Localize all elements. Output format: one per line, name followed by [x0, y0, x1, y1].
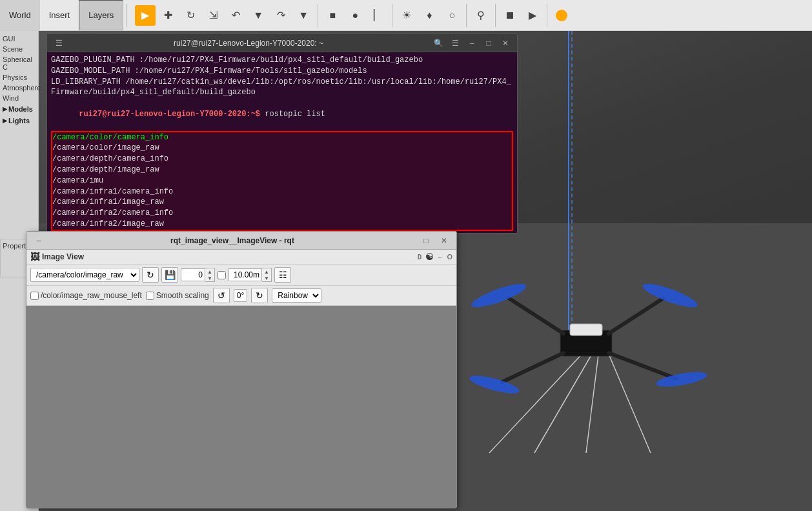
frame-arrows: ▲ ▼ — [205, 268, 215, 282]
sidebar-scene[interactable]: Scene — [0, 44, 38, 54]
menu-layers[interactable]: Layers — [79, 0, 123, 30]
menu-world[interactable]: World — [0, 0, 40, 30]
frame-up-arrow[interactable]: ▲ — [205, 268, 214, 275]
orbit-btn[interactable] — [551, 5, 572, 26]
sidebar-gui[interactable]: GUI — [0, 34, 38, 44]
translate-tool-btn[interactable]: ✚ — [157, 5, 178, 26]
rqt-body: 🖼 Image View D ☯ – O /camera/color/image… — [26, 250, 456, 508]
terminal-maximize-btn[interactable]: □ — [482, 37, 495, 50]
rqt-minimize-btn[interactable]: – — [32, 234, 46, 248]
term-command: rostopic list — [260, 110, 325, 119]
topic-dropdown[interactable]: /camera/color/image_raw/camera/depth/ima… — [30, 268, 139, 282]
term-topic-3: /camera/depth/camera_info — [52, 154, 512, 165]
image-view-label: Image View — [42, 252, 84, 261]
svg-rect-5 — [570, 324, 602, 336]
drone-model — [457, 234, 780, 459]
rqt-status-icon: ☯ — [425, 252, 434, 262]
terminal-title: rui27@rui27-Lenovo-Legion-Y7000-2020: ~ — [69, 39, 428, 48]
sidebar-wind[interactable]: Wind — [0, 93, 38, 103]
terminal-titlebar: ☰ rui27@rui27-Lenovo-Legion-Y7000-2020: … — [47, 34, 517, 52]
sphere-shape-btn[interactable]: ● — [345, 5, 365, 26]
toolbar-sep2 — [318, 4, 318, 27]
terminal-search-btn[interactable]: 🔍 — [432, 37, 445, 50]
svg-line-1 — [534, 353, 593, 453]
term-topic-4: /camera/depth/image_raw — [52, 165, 512, 175]
rqt-close-btn[interactable]: ✕ — [437, 234, 451, 248]
undo-arrow-btn[interactable]: ▼ — [248, 5, 269, 26]
toolbar-sep4 — [466, 4, 467, 27]
cursor-tool-btn[interactable]: ▶ — [135, 5, 156, 26]
rotate-ccw-btn[interactable]: ↺ — [213, 288, 230, 303]
menubar: World Insert Layers ▶ ✚ ↻ ⇲ ↶ ▼ ↷ ▼ ■ ● … — [0, 0, 812, 31]
terminal-close-btn[interactable]: ✕ — [499, 37, 512, 50]
sidebar-atmosphere[interactable]: Atmosphere — [0, 83, 38, 93]
menu-insert[interactable]: Insert — [40, 0, 79, 30]
sidebar-models-header[interactable]: ▶ Models — [0, 103, 38, 115]
term-topic-1: /camera/color/camera_info — [52, 132, 512, 143]
lights-arrow-icon: ▶ — [3, 117, 7, 124]
rotate-cw-btn[interactable]: ↻ — [251, 288, 268, 303]
svg-line-7 — [609, 298, 664, 334]
toolbar-sep5 — [495, 4, 496, 27]
term-prompt: rui27@rui27-Lenovo-Legion-Y7000-2020:~$ — [79, 110, 260, 119]
scale-tool-btn[interactable]: ⇲ — [203, 5, 223, 26]
rotate-tool-btn[interactable]: ↻ — [180, 5, 201, 26]
terminal-minimize-btn[interactable]: – — [465, 37, 478, 50]
term-topic-2: /camera/color/image_raw — [52, 143, 512, 154]
save-btn[interactable]: 💾 — [161, 267, 178, 283]
magnet-btn[interactable]: ⚲ — [471, 5, 491, 26]
sidebar-spherical[interactable]: Spherical C — [0, 54, 38, 72]
dir-light-btn[interactable]: ♦ — [419, 5, 440, 26]
grid-btn[interactable]: ☷ — [274, 267, 291, 283]
rqt-title: rqt_image_view__ImageView - rqt — [50, 236, 415, 245]
term-prompt-line: rui27@rui27-Lenovo-Legion-Y7000-2020:~$ … — [51, 98, 513, 130]
box-shape-btn[interactable]: ■ — [322, 5, 343, 26]
models-arrow-icon: ▶ — [3, 106, 7, 112]
term-topic-7: /camera/infra1/image_raw — [52, 197, 512, 208]
colormap-dropdown[interactable]: RainbowHotCoolSpringSummerAutumnWinterJe… — [272, 288, 321, 303]
frame-down-arrow[interactable]: ▼ — [205, 275, 214, 281]
rqt-status-o: O — [447, 253, 452, 261]
time-down-arrow[interactable]: ▼ — [262, 275, 271, 281]
point-light-btn[interactable]: ☀ — [396, 5, 417, 26]
terminal-menu2-btn[interactable]: ☰ — [449, 37, 462, 50]
record-btn[interactable]: ⏹ — [500, 5, 520, 26]
sidebar-lights-header[interactable]: ▶ Lights — [0, 115, 38, 126]
redo-arrow-btn[interactable]: ▼ — [293, 5, 314, 26]
rqt-maximize-btn[interactable]: □ — [419, 234, 433, 248]
term-topic-6: /camera/infra1/camera_info — [52, 186, 512, 197]
rqt-toolbar1: /camera/color/image_raw/camera/depth/ima… — [26, 265, 456, 286]
smooth-scaling-checkbox[interactable] — [146, 292, 154, 300]
time-arrows: ▲ ▼ — [262, 268, 272, 282]
svg-line-3 — [605, 346, 651, 453]
rqt-status-d: D — [418, 253, 422, 261]
checkbox-unknown[interactable] — [218, 271, 226, 279]
svg-line-6 — [509, 298, 563, 334]
frame-input[interactable] — [181, 268, 205, 281]
mouse-topic-label[interactable]: /color/image_raw_mouse_left — [30, 291, 142, 300]
toolbar-sep3 — [392, 4, 392, 27]
mouse-topic-checkbox[interactable] — [30, 292, 39, 300]
image-view-icon: 🖼 — [30, 252, 39, 262]
toolbar-sep6 — [547, 4, 547, 27]
terminal-content[interactable]: GAZEBO_PLUGIN_PATH :/home/rui27/PX4_Firm… — [47, 52, 517, 233]
sidebar-physics[interactable]: Physics — [0, 72, 38, 83]
frame-spinner: ▲ ▼ — [181, 268, 215, 282]
smooth-scaling-text: Smooth scaling — [156, 291, 209, 300]
time-input[interactable] — [228, 268, 262, 281]
term-topic-8: /camera/infra2/camera_info — [52, 208, 512, 219]
rqt-window: – rqt_image_view__ImageView - rqt □ ✕ 🖼 … — [26, 231, 457, 508]
svg-line-8 — [502, 353, 563, 382]
smooth-scaling-label[interactable]: Smooth scaling — [146, 291, 209, 300]
term-line-1: GAZEBO_PLUGIN_PATH :/home/rui27/PX4_Firm… — [51, 55, 513, 66]
spot-light-btn[interactable]: ○ — [442, 5, 462, 26]
terminal-menu-btn[interactable]: ☰ — [52, 37, 65, 50]
cylinder-shape-btn[interactable]: ▏ — [367, 5, 388, 26]
undo-btn[interactable]: ↶ — [225, 5, 246, 26]
play-btn[interactable]: ▶ — [522, 5, 543, 26]
rotation-value: 0° — [234, 289, 247, 302]
redo-btn[interactable]: ↷ — [270, 5, 291, 26]
refresh-btn[interactable]: ↻ — [142, 267, 159, 283]
svg-line-9 — [609, 353, 676, 379]
time-up-arrow[interactable]: ▲ — [262, 268, 271, 275]
